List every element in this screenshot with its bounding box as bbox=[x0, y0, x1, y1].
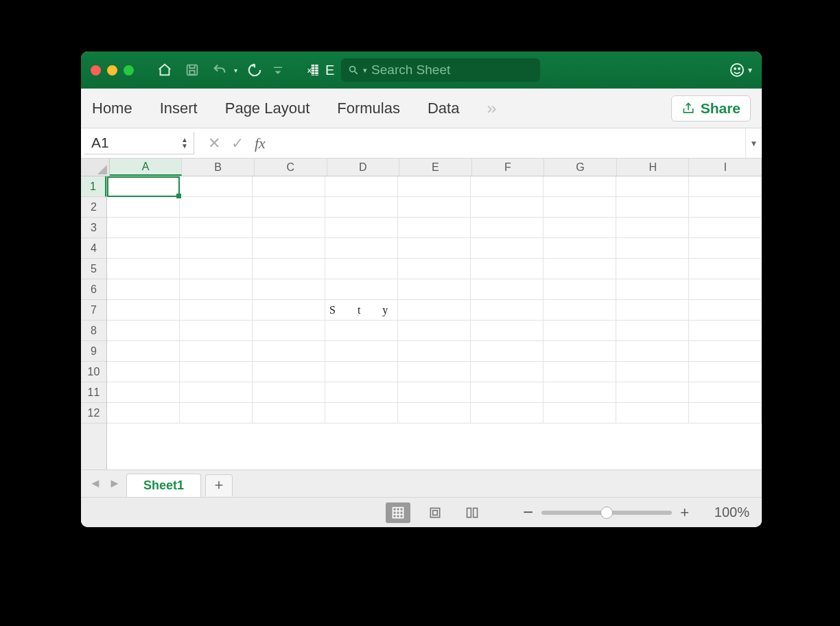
cell-f3[interactable] bbox=[471, 218, 544, 238]
row-header-1[interactable]: 1 bbox=[81, 176, 106, 197]
cell-i2[interactable] bbox=[689, 197, 762, 218]
cell-i7[interactable] bbox=[689, 300, 762, 321]
cell-f5[interactable] bbox=[471, 259, 544, 279]
cell-d8[interactable] bbox=[325, 321, 398, 341]
row-header-4[interactable]: 4 bbox=[81, 238, 106, 259]
row-header-2[interactable]: 2 bbox=[81, 197, 106, 218]
prev-sheet-icon[interactable]: ◄ bbox=[88, 476, 103, 491]
cell-c9[interactable] bbox=[253, 341, 325, 362]
cell-d3[interactable] bbox=[325, 218, 398, 238]
row-header-6[interactable]: 6 bbox=[81, 279, 106, 300]
cell-d12[interactable] bbox=[325, 403, 398, 424]
cell-e4[interactable] bbox=[398, 238, 471, 259]
more-tabs-icon[interactable]: ›› bbox=[487, 99, 495, 118]
cell-a7[interactable] bbox=[107, 300, 180, 321]
cancel-formula-icon[interactable]: ✕ bbox=[208, 135, 220, 152]
cell-e6[interactable] bbox=[398, 279, 471, 300]
cell-f12[interactable] bbox=[471, 403, 544, 424]
cell-b10[interactable] bbox=[180, 362, 253, 382]
page-break-view-button[interactable] bbox=[460, 502, 485, 523]
cell-f9[interactable] bbox=[471, 341, 544, 362]
cell-i11[interactable] bbox=[689, 382, 762, 403]
cell-c11[interactable] bbox=[253, 382, 325, 403]
cell-f11[interactable] bbox=[471, 382, 544, 403]
column-header-f[interactable]: F bbox=[472, 159, 545, 176]
undo-icon[interactable] bbox=[209, 60, 230, 80]
page-layout-view-button[interactable] bbox=[423, 502, 447, 523]
cell-i12[interactable] bbox=[689, 403, 762, 424]
cell-g3[interactable] bbox=[544, 218, 616, 238]
cell-f7[interactable] bbox=[471, 300, 544, 321]
cell-i5[interactable] bbox=[689, 259, 762, 279]
cell-e12[interactable] bbox=[398, 403, 471, 424]
cell-a1[interactable] bbox=[107, 176, 180, 197]
cell-c1[interactable] bbox=[253, 176, 325, 197]
cell-e8[interactable] bbox=[398, 321, 471, 341]
cell-a9[interactable] bbox=[107, 341, 180, 362]
cell-a3[interactable] bbox=[107, 218, 180, 238]
cell-d11[interactable] bbox=[325, 382, 398, 403]
cell-g2[interactable] bbox=[544, 197, 616, 218]
home-icon[interactable] bbox=[154, 60, 175, 80]
column-header-i[interactable]: I bbox=[689, 159, 762, 176]
cell-f10[interactable] bbox=[471, 362, 544, 382]
cell-e11[interactable] bbox=[398, 382, 471, 403]
close-window-button[interactable] bbox=[91, 65, 101, 76]
cell-h12[interactable] bbox=[616, 403, 689, 424]
name-box[interactable]: A1 ▲▼ bbox=[84, 132, 194, 154]
cell-i3[interactable] bbox=[689, 218, 762, 238]
cell-g1[interactable] bbox=[544, 176, 616, 197]
normal-view-button[interactable] bbox=[386, 502, 410, 523]
row-header-8[interactable]: 8 bbox=[81, 321, 106, 341]
cell-g4[interactable] bbox=[544, 238, 616, 259]
add-sheet-button[interactable]: + bbox=[205, 474, 233, 496]
tab-insert[interactable]: Insert bbox=[160, 100, 198, 117]
cell-b9[interactable] bbox=[180, 341, 253, 362]
cell-b2[interactable] bbox=[180, 197, 253, 218]
cell-h10[interactable] bbox=[616, 362, 689, 382]
cell-g11[interactable] bbox=[544, 382, 616, 403]
row-header-9[interactable]: 9 bbox=[81, 341, 106, 362]
cell-g5[interactable] bbox=[544, 259, 616, 279]
cell-c10[interactable] bbox=[253, 362, 325, 382]
tab-formulas[interactable]: Formulas bbox=[337, 100, 400, 117]
cell-d7[interactable]: S t y l e bbox=[325, 300, 398, 321]
feedback-button[interactable]: ▾ bbox=[729, 62, 752, 78]
cell-d10[interactable] bbox=[325, 362, 398, 382]
cell-b5[interactable] bbox=[180, 259, 253, 279]
row-header-11[interactable]: 11 bbox=[81, 382, 106, 403]
cell-c6[interactable] bbox=[253, 279, 325, 300]
cell-b7[interactable] bbox=[180, 300, 253, 321]
cell-b11[interactable] bbox=[180, 382, 253, 403]
cell-d2[interactable] bbox=[325, 197, 398, 218]
cell-d1[interactable] bbox=[325, 176, 398, 197]
cell-e3[interactable] bbox=[398, 218, 471, 238]
cell-b4[interactable] bbox=[180, 238, 253, 259]
cell-i8[interactable] bbox=[689, 321, 762, 341]
cell-h2[interactable] bbox=[616, 197, 689, 218]
cell-c5[interactable] bbox=[253, 259, 325, 279]
cell-c12[interactable] bbox=[253, 403, 325, 424]
cell-a10[interactable] bbox=[107, 362, 180, 382]
cell-i9[interactable] bbox=[689, 341, 762, 362]
row-header-12[interactable]: 12 bbox=[81, 403, 106, 424]
cell-d9[interactable] bbox=[325, 341, 398, 362]
cell-d4[interactable] bbox=[325, 238, 398, 259]
undo-dropdown-icon[interactable]: ▾ bbox=[234, 67, 237, 74]
search-dropdown-icon[interactable]: ▾ bbox=[363, 66, 367, 75]
cell-b1[interactable] bbox=[180, 176, 253, 197]
cell-c4[interactable] bbox=[253, 238, 325, 259]
cell-e1[interactable] bbox=[398, 176, 471, 197]
cell-a12[interactable] bbox=[107, 403, 180, 424]
cell-h11[interactable] bbox=[616, 382, 689, 403]
column-header-b[interactable]: B bbox=[182, 159, 255, 176]
cell-a8[interactable] bbox=[107, 321, 180, 341]
feedback-dropdown-icon[interactable]: ▾ bbox=[748, 65, 752, 75]
customize-toolbar-icon[interactable] bbox=[272, 60, 284, 80]
tab-page-layout[interactable]: Page Layout bbox=[225, 100, 310, 117]
cell-f6[interactable] bbox=[471, 279, 544, 300]
search-input[interactable] bbox=[371, 62, 533, 78]
cell-f1[interactable] bbox=[471, 176, 544, 197]
cell-h1[interactable] bbox=[616, 176, 689, 197]
sheet-tab-sheet1[interactable]: Sheet1 bbox=[126, 474, 201, 497]
